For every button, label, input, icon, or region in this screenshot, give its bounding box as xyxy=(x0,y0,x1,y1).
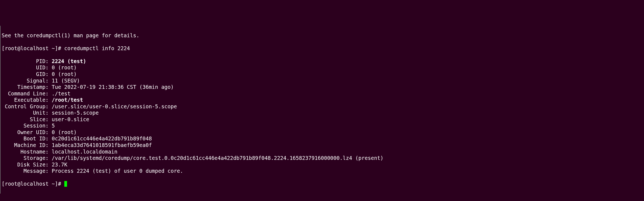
field-row: Message: Process 2224 (test) of user 0 d… xyxy=(2,168,643,174)
field-value: ./test xyxy=(52,90,71,97)
command-text: coredumpctl info 2224 xyxy=(64,45,130,51)
shell-prompt: [root@localhost ~]# xyxy=(2,45,64,51)
field-label: Owner UID: xyxy=(2,129,52,135)
field-value: localhost.localdomain xyxy=(52,149,117,155)
shell-prompt: [root@localhost ~]# xyxy=(2,181,64,187)
field-label: Unit: xyxy=(2,110,52,116)
field-label: Executable: xyxy=(2,97,52,103)
field-label: Message: xyxy=(2,168,52,174)
field-row: Storage: /var/lib/systemd/coredump/core.… xyxy=(2,155,643,162)
field-value: user-0.slice xyxy=(52,116,89,122)
field-value: 1ab4eca33d7641018591fbaefb59ea0f xyxy=(52,142,152,148)
field-row: PID: 2224 (test) xyxy=(2,58,643,65)
field-label: Slice: xyxy=(2,116,52,122)
field-row: Session: 5 xyxy=(2,123,643,129)
field-row: Hostname: localhost.localdomain xyxy=(2,149,643,155)
field-row: Slice: user-0.slice xyxy=(2,116,643,123)
field-label: Signal: xyxy=(2,78,52,84)
field-label: Machine ID: xyxy=(2,142,52,148)
prompt-line-1: [root@localhost ~]# coredumpctl info 222… xyxy=(2,45,643,52)
field-value: 0 (root) xyxy=(52,64,77,70)
field-value: /var/lib/systemd/coredump/core.test.0.0c… xyxy=(52,155,384,161)
field-value: session-5.scope xyxy=(52,110,99,116)
field-label: PID: xyxy=(2,58,52,64)
partial-line: See the coredumpctl(1) man page for deta… xyxy=(2,32,643,39)
field-row: Machine ID: 1ab4eca33d7641018591fbaefb59… xyxy=(2,142,643,149)
field-row: Executable: /root/test xyxy=(2,97,643,103)
field-row: Signal: 11 (SEGV) xyxy=(2,78,643,84)
field-value: Process 2224 (test) of user 0 dumped cor… xyxy=(52,168,183,174)
field-label: Boot ID: xyxy=(2,135,52,141)
terminal-output[interactable]: See the coredumpctl(1) man page for deta… xyxy=(0,26,644,194)
field-row: Disk Size: 23.7K xyxy=(2,162,643,168)
field-value: 11 (SEGV) xyxy=(52,78,80,84)
field-row: Unit: session-5.scope xyxy=(2,110,643,116)
field-value: 0c20d1c61cc446e4a422db791b89f048 xyxy=(52,135,152,141)
field-value: 0 (root) xyxy=(52,129,77,135)
field-value: /root/test xyxy=(52,97,83,103)
field-value: 23.7K xyxy=(52,162,67,168)
field-row: Control Group: /user.slice/user-0.slice/… xyxy=(2,103,643,110)
field-label: Timestamp: xyxy=(2,84,52,90)
field-row: Owner UID: 0 (root) xyxy=(2,129,643,136)
field-row: GID: 0 (root) xyxy=(2,71,643,78)
field-value: 5 xyxy=(52,123,55,129)
field-label: Disk Size: xyxy=(2,162,52,168)
field-label: Session: xyxy=(2,123,52,129)
field-value: /user.slice/user-0.slice/session-5.scope xyxy=(52,103,177,109)
field-label: Storage: xyxy=(2,155,52,161)
field-label: GID: xyxy=(2,71,52,77)
field-value: 2224 (test) xyxy=(52,58,86,64)
field-label: Control Group: xyxy=(2,103,52,109)
field-value: 0 (root) xyxy=(52,71,77,77)
field-label: Command Line: xyxy=(2,90,52,97)
output-fields: PID: 2224 (test) UID: 0 (root) GID: 0 (r… xyxy=(2,58,643,174)
field-value: Tue 2022-07-19 21:38:36 CST (36min ago) xyxy=(52,84,174,90)
prompt-line-2: [root@localhost ~]# xyxy=(2,181,643,187)
field-label: UID: xyxy=(2,64,52,70)
field-row: Timestamp: Tue 2022-07-19 21:38:36 CST (… xyxy=(2,84,643,90)
field-row: UID: 0 (root) xyxy=(2,64,643,71)
cursor-icon xyxy=(64,181,67,187)
field-row: Command Line: ./test xyxy=(2,90,643,97)
field-label: Hostname: xyxy=(2,149,52,155)
field-row: Boot ID: 0c20d1c61cc446e4a422db791b89f04… xyxy=(2,135,643,142)
